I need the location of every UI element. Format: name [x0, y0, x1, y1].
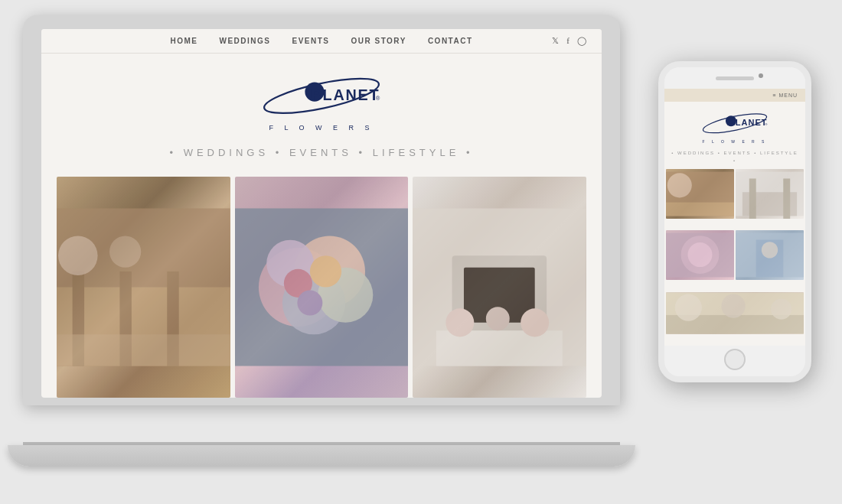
svg-text:®: ® [765, 122, 768, 126]
laptop-hero: PLANET ® F L O W E R S • WEDDINGS • EVEN… [41, 54, 602, 177]
svg-point-10 [109, 236, 141, 268]
laptop-mockup: HOME WEDDINGS EVENTS OUR STORY CONTACT 𝕏… [23, 15, 620, 467]
svg-rect-22 [452, 255, 547, 334]
laptop-logo-subtext: F L O W E R S [269, 124, 374, 132]
laptop-body: HOME WEDDINGS EVENTS OUR STORY CONTACT 𝕏… [23, 15, 620, 405]
brand-logo-svg: PLANET ® [253, 69, 390, 122]
svg-text:®: ® [376, 95, 380, 102]
phone-menu-bar: ≡ MENU [664, 89, 805, 102]
laptop-photo-2 [235, 177, 409, 398]
laptop-tagline: • WEDDINGS • EVENTS • LIFESTYLE • [169, 147, 473, 158]
svg-point-13 [259, 248, 338, 327]
svg-point-9 [58, 236, 98, 276]
svg-point-26 [521, 308, 549, 337]
svg-point-25 [446, 308, 475, 337]
laptop-photo-1 [57, 177, 230, 398]
svg-rect-6 [73, 272, 84, 366]
phone-tagline: • WEDDINGS • EVENTS • LIFESTYLE • [664, 147, 805, 167]
svg-point-47 [675, 294, 702, 320]
phone-screen: ≡ MENU PLANET ® F L O W E R S • WEDDINGS… [664, 89, 805, 346]
svg-point-20 [297, 291, 322, 316]
nav-our-story[interactable]: OUR STORY [351, 37, 406, 45]
svg-point-14 [294, 236, 365, 307]
phone-camera [759, 73, 763, 78]
phone-menu-label[interactable]: ≡ MENU [772, 93, 798, 98]
svg-point-49 [771, 298, 791, 319]
phone-logo-subtext: F L O W E R S [703, 139, 768, 144]
svg-text:PLANET: PLANET [312, 86, 380, 103]
svg-rect-37 [749, 179, 756, 219]
phone-photo-2 [736, 169, 804, 219]
nav-weddings[interactable]: WEDDINGS [219, 37, 270, 45]
svg-point-33 [667, 174, 692, 198]
svg-rect-24 [436, 330, 563, 366]
phone-photo-5 [666, 292, 804, 334]
laptop-photo-3 [413, 177, 586, 398]
laptop-photo-grid [41, 177, 602, 398]
nav-events[interactable]: EVENTS [292, 37, 329, 45]
facebook-icon[interactable]: f [566, 36, 569, 46]
laptop-logo: PLANET ® F L O W E R S [253, 69, 390, 132]
nav-contact[interactable]: CONTACT [428, 37, 473, 45]
phone-home-button[interactable] [724, 349, 746, 370]
svg-point-41 [687, 242, 712, 267]
social-icons: 𝕏 f ◯ [552, 36, 586, 46]
svg-point-16 [266, 240, 314, 288]
svg-point-17 [318, 268, 373, 323]
svg-point-27 [486, 307, 510, 330]
phone-photo-3 [666, 230, 734, 280]
svg-point-19 [310, 255, 341, 287]
svg-rect-4 [57, 208, 230, 366]
svg-text:PLANET: PLANET [729, 118, 768, 127]
svg-rect-23 [464, 268, 535, 323]
svg-rect-8 [167, 272, 178, 366]
phone-photo-1 [666, 169, 734, 219]
svg-point-48 [721, 294, 745, 317]
svg-rect-12 [235, 208, 409, 366]
instagram-icon[interactable]: ◯ [577, 36, 586, 46]
laptop-screen: HOME WEDDINGS EVENTS OUR STORY CONTACT 𝕏… [41, 29, 602, 398]
phone-logo-area: PLANET ® F L O W E R S [664, 102, 805, 147]
svg-point-18 [284, 269, 312, 298]
twitter-icon[interactable]: 𝕏 [552, 36, 559, 46]
phone-brand-logo: PLANET ® [697, 108, 773, 138]
phone-body: ≡ MENU PLANET ® F L O W E R S • WEDDINGS… [658, 61, 811, 382]
laptop-base [8, 445, 635, 467]
phone-photo-grid [664, 167, 805, 346]
nav-links: HOME WEDDINGS EVENTS OUR STORY CONTACT [57, 37, 586, 45]
phone-notch [664, 67, 805, 89]
svg-rect-5 [57, 288, 230, 366]
svg-rect-7 [119, 272, 131, 366]
svg-rect-11 [57, 334, 230, 366]
svg-rect-34 [666, 203, 734, 216]
nav-home[interactable]: HOME [170, 37, 197, 45]
phone-speaker [716, 76, 754, 80]
phone-photo-4 [736, 230, 804, 280]
svg-point-44 [762, 242, 778, 259]
svg-point-15 [282, 272, 344, 334]
phone-mockup: ≡ MENU PLANET ® F L O W E R S • WEDDINGS… [658, 61, 811, 382]
svg-rect-21 [413, 208, 586, 366]
svg-rect-38 [783, 179, 790, 219]
scene: HOME WEDDINGS EVENTS OUR STORY CONTACT 𝕏… [0, 0, 842, 504]
laptop-navigation: HOME WEDDINGS EVENTS OUR STORY CONTACT 𝕏… [41, 29, 602, 54]
